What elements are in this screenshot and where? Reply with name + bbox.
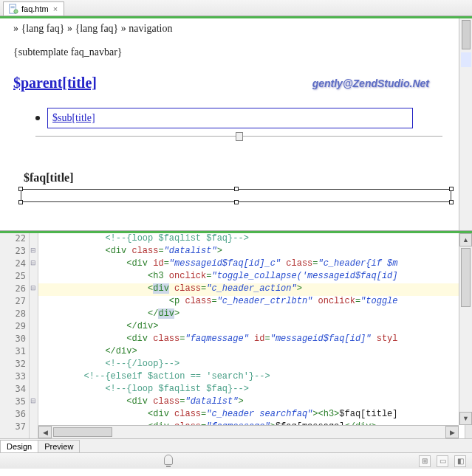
status-bar: ⊞ ▭ ◧ [0,452,472,469]
design-pane[interactable]: » {lang faq} » {lang faq} » navigation {… [0,18,472,231]
line-number: 22 [0,233,29,246]
svg-rect-2 [11,7,15,8]
line-number-gutter: 22232425262728293031323334353637 [0,233,30,438]
code-line[interactable]: </div> [38,308,472,321]
line-number: 35 [0,396,29,409]
line-number: 29 [0,321,29,334]
code-line[interactable]: <div class="faqmessage" id="messageid$fa… [38,334,472,346]
scrollbar-thumb[interactable] [462,20,471,49]
sub-title-text: $sub[title] [52,112,95,124]
navigation-text: » {lang faq} » {lang faq} » navigation [13,23,459,35]
editor-tab-bar: faq.htm × [0,0,472,16]
code-scrollbar-horizontal[interactable]: ◀ ▶ [38,425,459,438]
status-icon[interactable]: ⊞ [419,455,431,467]
line-number: 25 [0,271,29,283]
sub-list: $sub[title] [35,108,459,128]
fold-collapse-icon[interactable] [30,258,38,271]
code-line[interactable]: </div> [38,346,472,359]
fold-spacer [30,296,38,308]
code-area[interactable]: <!--{loop $faqlist $faq}--> <div class="… [38,233,472,438]
code-line[interactable]: <div class="c_header searchfaq"><h3>$faq… [38,409,472,421]
tab-preview[interactable]: Preview [38,440,80,452]
status-icon[interactable]: ◧ [454,455,466,467]
scroll-down-button[interactable]: ▼ [459,412,472,425]
selection-handle[interactable] [18,200,23,204]
bottom-tab-bar: Design Preview [0,438,472,452]
close-icon[interactable]: × [52,4,59,13]
fold-spacer [30,359,38,371]
scrollbar-thumb[interactable] [461,248,471,307]
code-line[interactable]: <div class="c_header_action"> [38,283,472,296]
code-line[interactable]: <!--{/loop}--> [38,359,472,371]
design-scrollbar-vertical[interactable] [459,18,472,230]
fold-collapse-icon[interactable] [30,283,38,296]
line-number: 27 [0,296,29,308]
tab-design[interactable]: Design [0,440,38,452]
svg-point-3 [14,10,18,13]
parent-title-heading[interactable]: $parent[title] [13,75,97,92]
file-tab-label: faq.htm [21,4,49,13]
code-line[interactable]: <div class="datalist"> [38,396,472,409]
line-number: 37 [0,421,29,434]
code-line[interactable]: <!--{elseif $action == 'search'}--> [38,371,472,384]
scrollbar-marker [461,52,471,67]
file-icon [8,4,18,14]
selected-element-box[interactable] [21,189,451,202]
selection-handle[interactable] [449,187,454,191]
code-pane[interactable]: 22232425262728293031323334353637 <!--{lo… [0,233,472,438]
status-icon[interactable]: ▭ [437,455,448,467]
mic-icon[interactable] [164,455,173,465]
sub-title-box[interactable]: $sub[title] [47,108,413,128]
fold-spacer [30,384,38,396]
selection-handle[interactable] [234,187,239,191]
fold-spacer [30,371,38,384]
fold-spacer [30,308,38,321]
faq-title-heading: $faq[title] [24,171,459,184]
fold-spacer [30,271,38,283]
line-number: 28 [0,308,29,321]
fold-spacer [30,233,38,246]
fold-collapse-icon[interactable] [30,246,38,258]
horizontal-rule[interactable] [35,136,442,151]
watermark-text: gently@ZendStudio.Net [312,77,459,89]
code-line[interactable]: <h3 onclick="toggle_collapse('messageid$… [38,271,472,283]
line-number: 26 [0,283,29,296]
fold-spacer [30,334,38,346]
code-line[interactable]: <div class="datalist"> [38,246,472,258]
line-number: 24 [0,258,29,271]
line-number: 32 [0,359,29,371]
line-number: 33 [0,371,29,384]
code-scrollbar-vertical[interactable]: ▲ ▼ [459,233,472,425]
selection-handle[interactable] [234,200,239,204]
code-line[interactable]: </div> [38,321,472,334]
scrollbar-thumb[interactable] [53,427,112,437]
resize-handle-icon[interactable] [236,132,243,141]
code-line[interactable]: <div id="messageid$faq[id]_c" class="c_h… [38,258,472,271]
scroll-up-button[interactable]: ▲ [459,233,472,246]
fold-spacer [30,421,38,434]
fold-spacer [30,346,38,359]
line-number: 30 [0,334,29,346]
file-tab-faq[interactable]: faq.htm × [3,1,64,15]
line-number: 23 [0,246,29,258]
scroll-left-button[interactable]: ◀ [38,426,52,438]
code-line[interactable]: <p class="c_header_ctrlbtn" onclick="tog… [38,296,472,308]
code-line[interactable]: <!--{loop $faqlist $faq}--> [38,233,472,246]
selection-handle[interactable] [18,187,23,191]
selection-handle[interactable] [449,200,454,204]
line-number: 36 [0,409,29,421]
scroll-right-button[interactable]: ▶ [445,426,459,438]
line-number: 34 [0,384,29,396]
fold-column[interactable] [30,233,38,438]
svg-rect-1 [11,7,15,7]
bullet-icon [35,116,40,120]
line-number: 31 [0,346,29,359]
fold-spacer [30,321,38,334]
fold-spacer [30,409,38,421]
fold-collapse-icon[interactable] [30,396,38,409]
code-line[interactable]: <!--{loop $faqlist $faq}--> [38,384,472,396]
subtemplate-text: {subtemplate faq_navbar} [13,46,459,58]
